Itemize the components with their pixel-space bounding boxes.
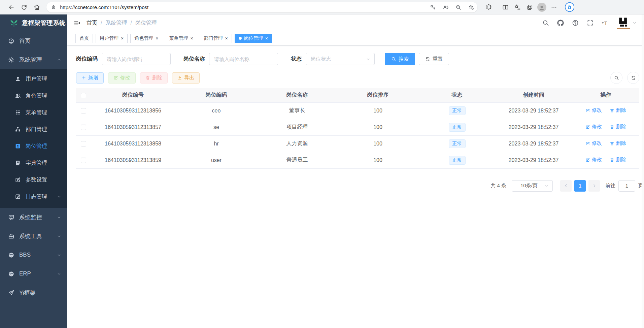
app-logo: 意框架管理系统 (0, 14, 67, 31)
breadcrumb: 首页 / 系统管理 / 岗位管理 (87, 20, 157, 27)
collections-button[interactable] (523, 1, 536, 13)
page-number-1[interactable]: 1 (574, 180, 586, 192)
table-row[interactable]: 1641030593112313858 hr 人力资源 100 正常 2023-… (76, 135, 639, 152)
sidebar-item-yi-framework[interactable]: Yi框架 (0, 283, 67, 302)
sidebar-item-erp[interactable]: ERP (0, 264, 67, 283)
status-badge[interactable]: 正常 (449, 123, 466, 132)
row-checkbox[interactable] (81, 108, 86, 113)
fullscreen-icon[interactable] (587, 20, 594, 26)
tab-post-management[interactable]: 岗位管理× (235, 34, 272, 43)
avatar-caret-down-icon[interactable] (633, 21, 637, 25)
goto-page-input[interactable] (618, 180, 635, 192)
table-row[interactable]: 1641030593112313857 se 项目经理 100 正常 2023-… (76, 119, 639, 135)
page-scrollbar[interactable] (642, 14, 644, 328)
home-icon (34, 4, 40, 10)
search-button[interactable]: 搜索 (385, 53, 415, 65)
tab-home[interactable]: 首页 (75, 34, 93, 43)
profile-button[interactable] (536, 1, 548, 13)
edit-icon (585, 158, 590, 162)
sidebar-item-menu-management[interactable]: 菜单管理 (0, 104, 67, 121)
browser-back-button[interactable] (5, 1, 18, 13)
status-badge[interactable]: 正常 (449, 156, 466, 165)
text-size-icon[interactable]: TT (602, 20, 608, 26)
status-badge[interactable]: 正常 (449, 106, 466, 115)
post-code-input[interactable] (102, 53, 171, 65)
read-aloud-icon[interactable] (443, 4, 448, 10)
tab-close-icon[interactable]: × (190, 36, 193, 41)
row-edit-link[interactable]: 修改 (585, 107, 602, 113)
post-name-label: 岗位名称 (183, 56, 205, 63)
sidebar-item-label: Yi框架 (19, 289, 61, 297)
header-search-icon[interactable] (542, 20, 549, 26)
row-edit-link[interactable]: 修改 (585, 157, 602, 163)
sidebar-item-system-monitor[interactable]: 系统监控 (0, 208, 67, 227)
sidebar-item-system-tools[interactable]: 系统工具 (0, 227, 67, 245)
browser-home-button[interactable] (30, 1, 43, 13)
breadcrumb-system[interactable]: 系统管理 (105, 20, 127, 27)
post-name-input[interactable] (209, 53, 278, 65)
sidebar-item-user-management[interactable]: 用户管理 (0, 70, 67, 87)
row-checkbox[interactable] (81, 158, 86, 163)
chevron-down-icon (57, 215, 61, 220)
address-bar[interactable]: https://ccnetcore.com:1101/system/post (46, 2, 477, 12)
reload-icon (21, 4, 27, 10)
favorite-add-icon[interactable] (468, 4, 474, 10)
breadcrumb-home[interactable]: 首页 (87, 20, 97, 27)
table-row[interactable]: 1641030593112313859 user 普通员工 100 正常 202… (76, 152, 639, 168)
page-size-select[interactable]: 10条/页 (512, 180, 553, 192)
tab-close-icon[interactable]: × (156, 36, 158, 41)
sidebar-item-role-management[interactable]: 角色管理 (0, 87, 67, 104)
browser-refresh-button[interactable] (18, 1, 30, 13)
password-key-icon[interactable] (430, 4, 436, 10)
toolbar-divider (497, 4, 497, 10)
github-icon[interactable] (557, 20, 564, 26)
row-delete-link[interactable]: 删除 (610, 157, 626, 163)
table-row[interactable]: 1641030593112313856 ceo 董事长 100 正常 2023-… (76, 102, 639, 119)
row-delete-link[interactable]: 删除 (610, 140, 626, 146)
edit-square-icon (15, 177, 21, 183)
zoom-out-icon[interactable] (455, 4, 461, 10)
show-search-toggle-button[interactable] (610, 72, 622, 84)
sidebar-item-log-management[interactable]: 日志管理 (0, 188, 67, 205)
sidebar-item-home[interactable]: 首页 (0, 31, 67, 50)
browser-menu-button[interactable] (548, 1, 560, 13)
tab-role-management[interactable]: 角色管理× (130, 34, 162, 43)
sidebar-item-param-settings[interactable]: 参数设置 (0, 171, 67, 188)
user-avatar[interactable] (617, 17, 630, 29)
tab-close-icon[interactable]: × (121, 36, 124, 41)
row-delete-link[interactable]: 删除 (610, 107, 626, 113)
refresh-table-button[interactable] (627, 72, 639, 84)
delete-button[interactable]: 删除 (140, 72, 168, 84)
row-checkbox[interactable] (81, 141, 86, 146)
prev-page-button[interactable] (560, 180, 572, 192)
export-button[interactable]: 导出 (172, 72, 200, 84)
tab-close-icon[interactable]: × (265, 36, 268, 41)
sidebar-item-post-management[interactable]: 岗位管理 (0, 138, 67, 155)
select-all-checkbox[interactable] (81, 93, 86, 98)
row-delete-link[interactable]: 删除 (610, 124, 626, 130)
sidebar-item-dept-management[interactable]: 部门管理 (0, 121, 67, 138)
split-screen-button[interactable] (499, 1, 511, 13)
row-edit-link[interactable]: 修改 (585, 140, 602, 146)
status-select[interactable]: 岗位状态 (306, 53, 375, 65)
tab-user-management[interactable]: 用户管理× (96, 34, 128, 43)
sidebar-item-dict-management[interactable]: 字典管理 (0, 155, 67, 171)
chevron-up-icon (57, 58, 61, 62)
sidebar-collapse-icon[interactable] (73, 20, 80, 27)
status-badge[interactable]: 正常 (449, 139, 466, 148)
row-checkbox[interactable] (81, 125, 86, 130)
row-edit-link[interactable]: 修改 (585, 124, 602, 130)
next-page-button[interactable] (588, 180, 600, 192)
edit-button[interactable]: 修改 (108, 72, 136, 84)
tab-close-icon[interactable]: × (225, 36, 228, 41)
reset-button[interactable]: 重置 (419, 53, 449, 65)
tab-dept-management[interactable]: 部门管理× (200, 34, 232, 43)
extensions-button[interactable] (483, 1, 495, 13)
copilot-bing-button[interactable]: b (565, 2, 575, 12)
favorites-button[interactable] (511, 1, 523, 13)
sidebar-item-system-management[interactable]: 系统管理 (0, 50, 67, 69)
tab-menu-management[interactable]: 菜单管理× (165, 34, 197, 43)
add-button[interactable]: 新增 (76, 72, 104, 84)
help-icon[interactable] (572, 20, 579, 26)
sidebar-item-bbs[interactable]: BBS (0, 245, 67, 264)
